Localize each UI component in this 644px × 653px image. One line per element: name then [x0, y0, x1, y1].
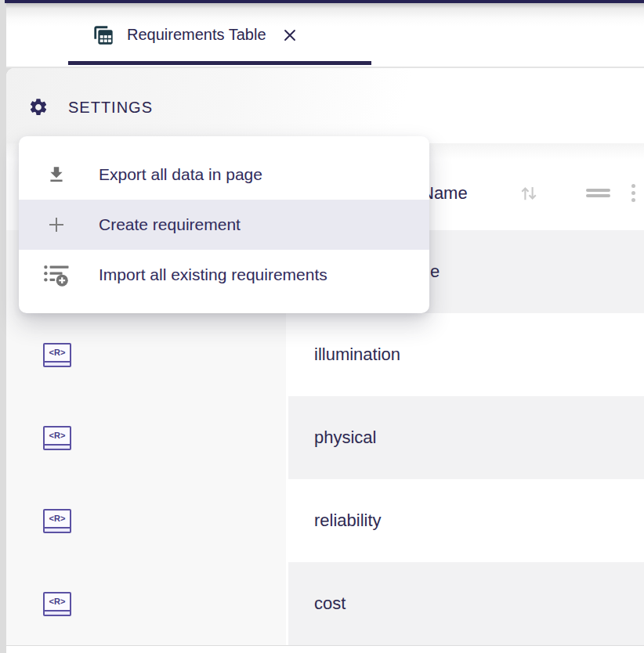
- row-name: reliability: [314, 510, 382, 531]
- tab-bar: Requirements Table: [6, 3, 644, 67]
- row-icon-cell: <R>: [6, 562, 286, 645]
- tab-label: Requirements Table: [127, 26, 266, 44]
- settings-label: SETTINGS: [68, 99, 153, 117]
- tab-requirements-table[interactable]: Requirements Table: [68, 3, 371, 67]
- menu-item-import[interactable]: Import all existing requirements: [19, 250, 429, 300]
- gear-icon: [28, 97, 49, 117]
- row-name: illumination: [314, 345, 400, 365]
- row-name: e: [430, 262, 440, 282]
- row-icon-cell: <R>: [6, 396, 286, 479]
- sort-icon[interactable]: [517, 182, 541, 205]
- settings-button[interactable]: SETTINGS: [28, 88, 153, 126]
- table-row[interactable]: <R> illumination: [6, 313, 644, 396]
- requirement-icon: <R>: [43, 509, 71, 533]
- row-name-cell: cost: [286, 562, 644, 645]
- row-icon-cell: <R>: [6, 313, 286, 396]
- settings-menu: Export all data in page Create requireme…: [19, 136, 429, 313]
- table-row[interactable]: <R> physical: [6, 396, 644, 479]
- row-name-cell: physical: [286, 396, 644, 479]
- download-icon: [44, 164, 69, 185]
- requirement-icon-band: [45, 610, 70, 615]
- close-icon[interactable]: [281, 27, 298, 44]
- requirement-icon-label: <R>: [45, 593, 70, 610]
- requirement-icon-band: [45, 361, 70, 366]
- requirement-icon: <R>: [43, 343, 71, 367]
- menu-item-export[interactable]: Export all data in page: [19, 150, 429, 200]
- requirement-icon-label: <R>: [45, 510, 70, 527]
- row-name: physical: [314, 428, 376, 448]
- requirement-icon: <R>: [43, 426, 71, 450]
- requirement-icon: <R>: [43, 592, 71, 616]
- row-name: cost: [314, 593, 346, 614]
- requirement-icon-band: [45, 444, 70, 449]
- menu-item-create[interactable]: Create requirement: [19, 200, 429, 250]
- playlist-add-icon: [44, 264, 69, 287]
- plus-icon: [44, 214, 69, 236]
- drag-handle-icon[interactable]: [586, 189, 610, 197]
- row-name-cell: reliability: [286, 479, 644, 562]
- app-window: Requirements Table SETTINGS Name: [0, 0, 644, 653]
- row-name-cell: illumination: [286, 313, 644, 396]
- requirement-icon-label: <R>: [45, 345, 70, 361]
- requirement-icon-band: [45, 527, 70, 532]
- kebab-menu-icon[interactable]: [631, 184, 635, 202]
- table-bottom-strip: [6, 645, 644, 653]
- row-icon-cell: <R>: [6, 479, 286, 562]
- table-row[interactable]: <R> cost: [6, 562, 644, 645]
- table-copy-icon: [92, 24, 114, 46]
- table-row[interactable]: <R> reliability: [6, 479, 644, 562]
- requirement-icon-label: <R>: [45, 428, 70, 444]
